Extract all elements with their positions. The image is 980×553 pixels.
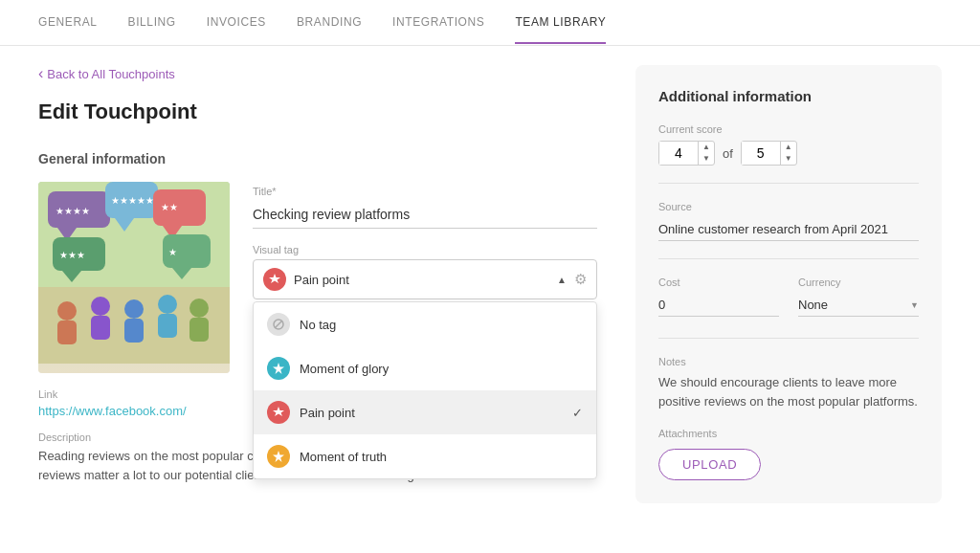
page-title: Edit Touchpoint (38, 100, 597, 124)
notes-text: We should encourage clients to leave mor… (658, 373, 919, 410)
divider-3 (658, 338, 919, 339)
main-content: Back to All Touchpoints Edit Touchpoint … (0, 46, 980, 522)
svg-text:★★★★★: ★★★★★ (111, 195, 154, 206)
cost-input[interactable] (658, 294, 779, 317)
score-spinners: ▲ ▼ (698, 142, 714, 165)
svg-marker-30 (273, 451, 284, 462)
glory-icon (267, 357, 290, 380)
svg-rect-18 (57, 321, 77, 344)
gear-icon[interactable]: ⚙ (574, 271, 587, 288)
title-field: Title* (253, 186, 597, 229)
check-icon: ✓ (572, 406, 583, 420)
notes-label: Notes (658, 356, 919, 367)
score-max-input[interactable] (742, 142, 780, 165)
visual-tag-container: Pain point ▲ ⚙ (253, 259, 597, 299)
attachments-section: Attachments UPLOAD (658, 428, 919, 480)
svg-marker-29 (273, 363, 284, 374)
score-max-up-button[interactable]: ▲ (781, 142, 796, 153)
svg-point-25 (189, 299, 209, 318)
svg-text:★★★★: ★★★★ (56, 206, 90, 216)
svg-line-28 (275, 321, 282, 328)
truth-icon (267, 445, 290, 468)
visual-tag-field: Visual tag Pain point ▲ ⚙ (253, 244, 597, 299)
pain-icon (267, 401, 290, 424)
left-panel: Back to All Touchpoints Edit Touchpoint … (38, 65, 597, 503)
source-label: Source (658, 201, 919, 212)
nav-invoices[interactable]: INVOICES (207, 2, 266, 44)
attachments-label: Attachments (658, 428, 919, 439)
selected-tag-icon (263, 268, 286, 291)
source-input[interactable] (658, 218, 919, 241)
upload-button[interactable]: UPLOAD (658, 449, 761, 480)
cost-field: Cost (658, 276, 779, 317)
cost-currency-row: Cost Currency None ▼ (658, 276, 919, 334)
nav-general[interactable]: GENERAL (38, 2, 98, 44)
currency-select[interactable]: None ▼ (798, 294, 919, 317)
back-link[interactable]: Back to All Touchpoints (38, 65, 597, 82)
dropdown-item-pain[interactable]: Pain point ✓ (254, 390, 596, 434)
currency-chevron-icon: ▼ (910, 300, 919, 310)
svg-text:★★★: ★★★ (59, 250, 85, 260)
score-max-spinner: ▲ ▼ (741, 141, 797, 166)
nav-branding[interactable]: BRANDING (297, 2, 362, 44)
current-score-label: Current score (658, 123, 919, 135)
notag-icon (267, 313, 290, 336)
score-row: ▲ ▼ of ▲ ▼ (658, 141, 919, 166)
visual-tag-label: Visual tag (253, 244, 597, 255)
general-info-title: General information (38, 151, 597, 166)
svg-rect-22 (124, 319, 144, 343)
source-field: Source (658, 201, 919, 241)
dropdown-item-truth[interactable]: Moment of truth (254, 434, 596, 478)
pain-label: Pain point (300, 406, 355, 420)
svg-point-23 (158, 295, 177, 314)
cost-label: Cost (658, 276, 779, 288)
svg-point-21 (124, 299, 144, 319)
score-max-spinners: ▲ ▼ (780, 142, 796, 165)
svg-rect-24 (158, 314, 177, 338)
form-row: ★★★★ ★★★★★ ★★ ★★★ ★ (38, 182, 597, 373)
divider-2 (658, 258, 919, 259)
chevron-up-icon: ▲ (557, 275, 567, 285)
svg-point-17 (57, 301, 77, 321)
score-of-label: of (723, 146, 733, 161)
svg-text:★★: ★★ (161, 202, 178, 212)
notag-label: No tag (300, 318, 336, 332)
form-fields: Title* Visual tag Pain point (253, 182, 597, 373)
visual-tag-select[interactable]: Pain point ▲ ⚙ (253, 259, 597, 299)
nav-billing[interactable]: BILLING (128, 2, 176, 44)
selected-tag-label: Pain point (294, 273, 349, 287)
current-score-field: Current score ▲ ▼ of ▲ ▼ (658, 123, 919, 166)
glory-label: Moment of glory (300, 362, 389, 376)
divider-1 (658, 183, 919, 184)
nav-team-library[interactable]: TEAM LIBRARY (515, 2, 606, 44)
currency-label: Currency (798, 276, 919, 288)
svg-rect-20 (91, 316, 110, 340)
additional-info-title: Additional information (658, 88, 919, 104)
top-navigation: GENERAL BILLING INVOICES BRANDING INTEGR… (0, 0, 980, 46)
title-input[interactable] (253, 201, 597, 229)
svg-rect-26 (189, 318, 209, 342)
score-down-button[interactable]: ▼ (699, 153, 714, 165)
svg-text:★: ★ (168, 247, 177, 257)
dropdown-item-notag[interactable]: No tag (254, 302, 596, 346)
notes-field: Notes We should encourage clients to lea… (658, 356, 919, 410)
nav-integrations[interactable]: INTEGRATIONS (392, 2, 484, 44)
svg-point-19 (91, 297, 110, 316)
truth-label: Moment of truth (300, 450, 387, 464)
tag-dropdown: No tag Moment of glory (253, 301, 597, 479)
currency-value: None (798, 298, 910, 312)
title-label: Title* (253, 186, 597, 197)
dropdown-item-glory[interactable]: Moment of glory (254, 346, 596, 390)
score-spinner: ▲ ▼ (658, 141, 715, 166)
link-value[interactable]: https://www.facebook.com/ (38, 404, 187, 418)
score-input[interactable] (659, 142, 698, 165)
score-up-button[interactable]: ▲ (699, 142, 714, 153)
score-max-down-button[interactable]: ▼ (781, 153, 796, 165)
right-panel: Additional information Current score ▲ ▼… (635, 65, 942, 503)
touchpoint-image: ★★★★ ★★★★★ ★★ ★★★ ★ (38, 182, 230, 373)
currency-field: Currency None ▼ (798, 276, 919, 317)
